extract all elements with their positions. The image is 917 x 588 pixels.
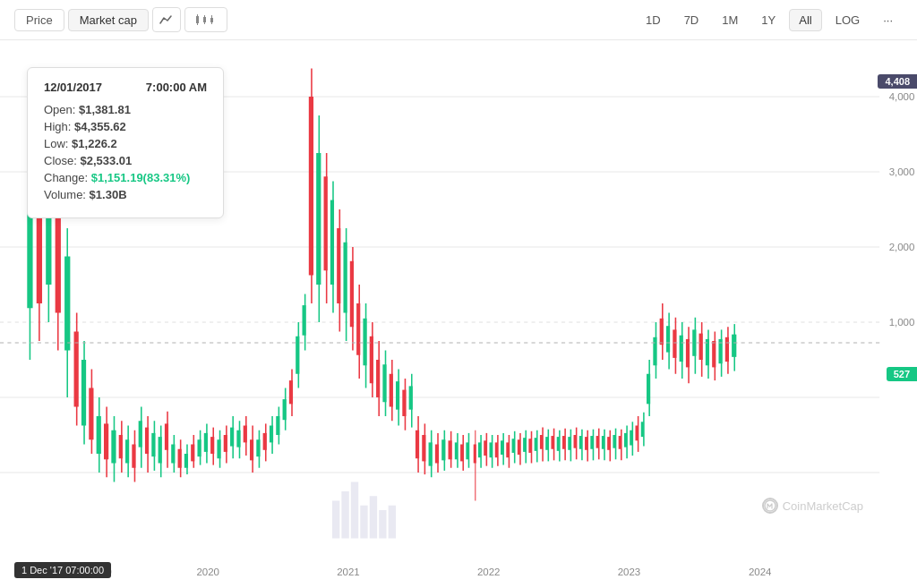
svg-rect-27 (351, 482, 358, 539)
svg-rect-187 (540, 435, 543, 449)
svg-text:2022: 2022 (477, 567, 501, 577)
candle-chart-icon[interactable] (184, 7, 227, 32)
svg-rect-223 (641, 422, 644, 437)
svg-rect-125 (350, 261, 354, 328)
period-log-btn[interactable]: LOG (826, 9, 870, 31)
svg-rect-215 (619, 436, 621, 449)
svg-text:4,000: 4,000 (889, 91, 915, 102)
svg-rect-59 (132, 445, 135, 468)
toolbar: Price Market cap (0, 0, 917, 40)
svg-rect-205 (590, 436, 593, 449)
svg-rect-53 (111, 430, 116, 464)
svg-rect-165 (478, 442, 481, 457)
svg-rect-145 (416, 430, 419, 459)
svg-rect-28 (360, 506, 367, 539)
tooltip-change-value: $1,151.19(83.31%) (91, 171, 191, 184)
svg-rect-229 (660, 319, 664, 345)
svg-rect-77 (191, 445, 194, 462)
period-1m-btn[interactable]: 1M (712, 9, 748, 31)
svg-rect-139 (396, 381, 399, 410)
svg-rect-101 (270, 426, 273, 443)
svg-rect-105 (283, 399, 287, 420)
svg-rect-195 (562, 436, 565, 449)
svg-rect-135 (382, 364, 386, 402)
svg-rect-79 (197, 439, 201, 456)
svg-rect-189 (545, 437, 548, 450)
svg-rect-67 (159, 437, 162, 463)
svg-rect-30 (379, 510, 386, 539)
tooltip-volume: Volume: $1.30B (44, 188, 207, 201)
svg-rect-83 (210, 437, 214, 454)
svg-rect-3 (203, 17, 206, 22)
svg-rect-181 (523, 438, 526, 452)
svg-rect-91 (236, 430, 240, 447)
tooltip-date: 12/01/2017 (44, 81, 102, 94)
svg-text:2023: 2023 (618, 567, 641, 577)
chart-area[interactable]: 4,000 3,000 2,000 1,000 2019 2020 2021 2… (0, 40, 917, 585)
tooltip-low: Low: $1,226.2 (44, 137, 207, 150)
svg-text:2,000: 2,000 (889, 242, 915, 252)
svg-rect-177 (512, 439, 515, 453)
period-all-btn[interactable]: All (789, 9, 821, 31)
svg-rect-203 (585, 437, 587, 450)
price-tab[interactable]: Price (14, 9, 64, 31)
svg-rect-63 (145, 428, 149, 454)
coinmarketcap-text: CoinMarketCap (783, 499, 863, 513)
svg-rect-73 (178, 449, 182, 468)
svg-rect-157 (455, 442, 458, 459)
svg-rect-137 (390, 374, 393, 407)
svg-rect-6 (210, 18, 213, 22)
svg-rect-41 (64, 257, 70, 351)
tooltip-change: Change: $1,151.19(83.31%) (44, 171, 207, 184)
svg-rect-231 (666, 326, 670, 352)
period-1d-btn[interactable]: 1D (636, 9, 671, 31)
svg-rect-151 (435, 445, 439, 464)
svg-rect-143 (409, 386, 413, 409)
svg-rect-171 (495, 442, 498, 457)
period-7d-btn[interactable]: 7D (674, 9, 709, 31)
svg-rect-133 (376, 360, 380, 397)
toolbar-left: Price Market cap (14, 7, 227, 32)
svg-rect-31 (389, 506, 396, 539)
svg-rect-61 (139, 421, 142, 447)
svg-rect-85 (217, 439, 220, 458)
svg-rect-47 (89, 388, 93, 440)
svg-rect-109 (296, 337, 299, 374)
svg-rect-113 (309, 97, 313, 276)
svg-rect-199 (574, 435, 577, 448)
svg-rect-217 (624, 433, 627, 447)
market-cap-tab[interactable]: Market cap (68, 9, 149, 31)
svg-rect-159 (460, 445, 463, 462)
svg-rect-111 (303, 305, 306, 336)
svg-rect-207 (596, 436, 599, 448)
price-label-current: 527 (887, 367, 917, 381)
svg-rect-95 (250, 439, 253, 460)
svg-rect-93 (244, 426, 247, 443)
svg-rect-153 (441, 439, 445, 460)
toolbar-right: 1D 7D 1M 1Y All LOG ··· (636, 9, 903, 31)
svg-rect-149 (429, 442, 433, 465)
svg-rect-29 (370, 496, 377, 538)
svg-rect-71 (171, 445, 175, 464)
period-more-btn[interactable]: ··· (873, 9, 903, 31)
svg-rect-249 (725, 337, 729, 362)
candlestick-tooltip: 12/01/2017 7:00:00 AM Open: $1,381.81 Hi… (27, 67, 224, 218)
svg-rect-45 (81, 360, 86, 426)
chart-container: Price Market cap (0, 0, 917, 588)
svg-text:3,000: 3,000 (889, 166, 915, 177)
svg-text:2024: 2024 (749, 567, 772, 577)
svg-rect-219 (630, 430, 632, 446)
svg-rect-191 (551, 436, 553, 449)
tooltip-header: 12/01/2017 7:00:00 AM (44, 81, 207, 94)
svg-rect-161 (466, 442, 468, 459)
svg-rect-51 (104, 423, 108, 459)
svg-rect-167 (484, 440, 486, 456)
line-chart-icon[interactable] (152, 7, 181, 32)
svg-rect-26 (341, 491, 348, 539)
tooltip-time: 7:00:00 AM (146, 81, 207, 94)
svg-rect-175 (506, 442, 509, 457)
coinmarketcap-watermark: CoinMarketCap (762, 498, 863, 514)
svg-rect-251 (732, 335, 736, 357)
svg-rect-57 (125, 439, 129, 463)
period-1y-btn[interactable]: 1Y (751, 9, 785, 31)
